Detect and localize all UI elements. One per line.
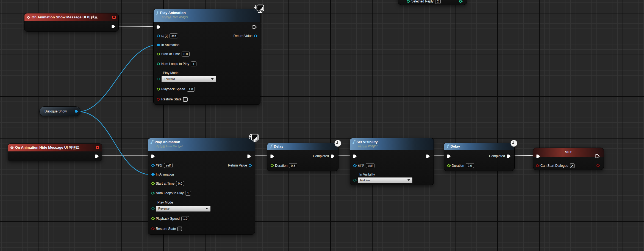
function-node-header: ƒ Play Animation 타깃은 User Widget <box>154 9 260 22</box>
bool-output-pin[interactable] <box>596 164 599 167</box>
node-delay-long[interactable]: ƒ Delay Completed Duration 2.0 <box>444 143 515 171</box>
node-title: SET <box>533 150 604 154</box>
dropdown-value: Hidden <box>360 179 370 182</box>
pin-label: Num Loops to Play <box>156 191 184 195</box>
function-icon: ƒ <box>270 144 272 148</box>
pin-label: Restore State <box>161 97 181 101</box>
function-icon: ƒ <box>447 144 448 148</box>
node-subtitle: 타깃은 Widget <box>350 144 434 148</box>
self-value-box[interactable]: self <box>366 163 374 168</box>
exec-out-pin[interactable] <box>426 154 430 158</box>
value-box[interactable]: 1.0 <box>181 216 189 221</box>
node-subtitle: 타깃은 User Widget <box>148 144 255 148</box>
variable-label: Dialogue Show <box>45 109 67 113</box>
in-animation-pin[interactable] <box>151 173 154 176</box>
restore-state-checkbox[interactable] <box>177 227 182 231</box>
node-play-animation-hide[interactable]: ƒ Play Animation 타깃은 User Widget 타깃 self… <box>148 138 255 235</box>
node-title: Play Animation <box>154 140 180 144</box>
exec-in-pin[interactable] <box>447 154 451 158</box>
playback-speed-pin[interactable] <box>151 217 154 220</box>
node-event-hide-message[interactable]: On Animation Hide Message UI 이벤트 <box>8 143 102 161</box>
target-pin[interactable] <box>151 164 154 167</box>
value-box[interactable]: 0.3 <box>289 163 297 168</box>
exec-in-pin[interactable] <box>156 25 161 29</box>
exec-in-pin[interactable] <box>353 154 357 158</box>
node-title: On Animation Hide Message UI 이벤트 <box>15 145 79 150</box>
value-box[interactable]: 1 <box>185 191 191 196</box>
target-pin[interactable] <box>353 164 356 167</box>
wire-layer <box>0 0 644 251</box>
play-mode-dropdown[interactable]: Reverse <box>156 205 211 212</box>
exec-out-pin[interactable] <box>507 154 511 158</box>
node-subtitle: 타깃은 User Widget <box>154 15 260 19</box>
node-event-show-message[interactable]: On Animation Show Message UI 이벤트 <box>24 13 119 32</box>
latent-clock-icon <box>510 140 518 147</box>
dropdown-value: Forward <box>164 77 175 81</box>
node-dialogue-show-variable[interactable]: Dialogue Show <box>39 106 80 116</box>
restore-state-checkbox[interactable] <box>183 97 188 102</box>
exec-in-pin[interactable] <box>536 154 540 158</box>
pin-label: Duration <box>452 164 464 168</box>
exec-out-pin[interactable] <box>595 154 600 158</box>
blueprint-graph-canvas[interactable]: Selected Reply 2 On Animation Show Messa… <box>0 0 644 251</box>
value-box[interactable]: 2 <box>435 0 441 4</box>
exec-out-pin[interactable] <box>331 154 335 158</box>
start-at-time-pin[interactable] <box>151 182 154 185</box>
delegate-pin-icon[interactable] <box>112 16 116 19</box>
play-mode-pin[interactable] <box>151 207 154 210</box>
self-value-box[interactable]: self <box>170 33 178 38</box>
node-title: On Animation Show Message UI 이벤트 <box>32 15 98 20</box>
duration-pin[interactable] <box>271 164 273 167</box>
in-animation-pin[interactable] <box>157 44 160 46</box>
exec-out-pin[interactable] <box>111 24 116 29</box>
play-mode-pin[interactable] <box>157 78 160 80</box>
in-visibility-dropdown[interactable]: Hidden <box>358 177 413 184</box>
exec-in-pin[interactable] <box>270 154 274 158</box>
value-box[interactable]: 2.0 <box>466 163 474 168</box>
widget-blueprint-icon <box>248 134 259 143</box>
exec-out-pin[interactable] <box>95 154 99 158</box>
node-delay-short[interactable]: ƒ Delay Completed Duration 0.3 <box>267 143 338 171</box>
can-start-dialogue-checkbox[interactable]: ✓ <box>570 163 574 168</box>
playback-speed-pin[interactable] <box>157 88 160 91</box>
value-box[interactable]: 0.0 <box>182 52 190 57</box>
delegate-pin-icon[interactable] <box>96 146 99 149</box>
node-set-visibility[interactable]: ƒ Set Visibility 타깃은 Widget 타깃 self In V… <box>350 138 434 185</box>
widget-blueprint-icon <box>253 4 264 14</box>
int-output-pin[interactable] <box>459 0 462 3</box>
num-loops-pin[interactable] <box>157 63 160 65</box>
pin-label: 타깃 <box>358 163 364 168</box>
node-selected-reply[interactable]: Selected Reply 2 <box>398 0 467 5</box>
node-title: Play Animation <box>160 11 185 15</box>
pin-label: Playback Speed <box>161 87 185 91</box>
restore-state-pin[interactable] <box>151 227 154 230</box>
exec-in-pin[interactable] <box>151 154 155 158</box>
pin-label: In Animation <box>161 43 179 47</box>
function-node-header: ƒ Delay <box>267 143 338 150</box>
object-wire <box>78 45 159 112</box>
in-visibility-pin[interactable] <box>353 179 356 182</box>
return-value-pin[interactable] <box>249 164 251 167</box>
bool-input-pin[interactable] <box>536 164 539 167</box>
target-pin[interactable] <box>157 35 160 37</box>
return-value-pin[interactable] <box>254 35 257 37</box>
duration-pin[interactable] <box>447 164 450 167</box>
start-at-time-pin[interactable] <box>157 53 160 55</box>
pin-label: Playback Speed <box>156 217 180 221</box>
num-loops-pin[interactable] <box>151 192 154 194</box>
exec-out-pin[interactable] <box>247 154 251 158</box>
chevron-down-icon <box>206 208 208 209</box>
value-box[interactable]: 1 <box>191 61 196 66</box>
node-set-can-start-dialogue[interactable]: SET Can Start Dialogue ✓ <box>533 148 604 170</box>
exec-out-pin[interactable] <box>252 25 257 29</box>
node-play-animation-show[interactable]: ƒ Play Animation 타깃은 User Widget 타깃 self… <box>153 9 260 105</box>
restore-state-pin[interactable] <box>157 98 160 101</box>
value-box[interactable]: 0.0 <box>176 181 184 186</box>
play-mode-dropdown[interactable]: Forward <box>161 76 216 82</box>
self-value-box[interactable]: self <box>164 163 173 168</box>
int-input-pin[interactable] <box>407 0 410 3</box>
value-box[interactable]: 1.0 <box>187 87 195 92</box>
variable-output-pin[interactable] <box>75 110 77 113</box>
object-wire <box>78 112 151 175</box>
pin-label: Can Start Dialogue <box>540 164 568 168</box>
